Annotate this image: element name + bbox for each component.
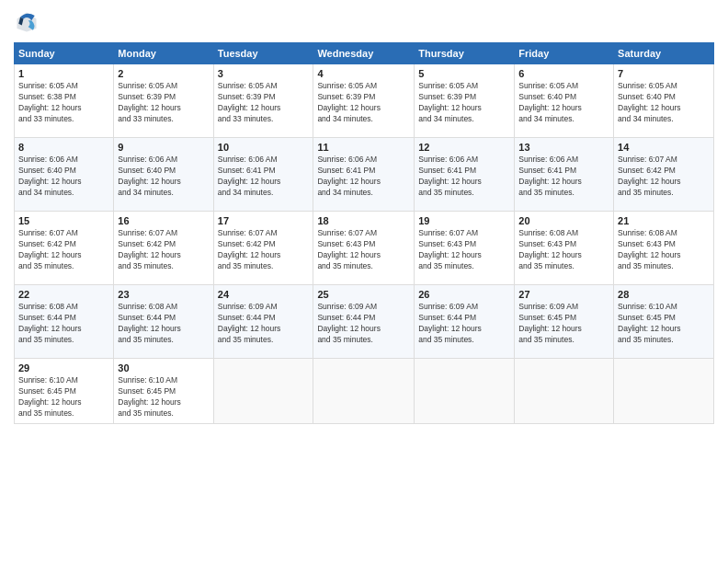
calendar-cell: 13 Sunrise: 6:06 AMSunset: 6:41 PMDaylig… — [515, 138, 614, 212]
day-info: Sunrise: 6:05 AMSunset: 6:38 PMDaylight:… — [18, 81, 109, 125]
day-info: Sunrise: 6:09 AMSunset: 6:44 PMDaylight:… — [218, 302, 310, 346]
calendar-col-header: Sunday — [15, 43, 114, 64]
calendar-week-row: 1 Sunrise: 6:05 AMSunset: 6:38 PMDayligh… — [15, 64, 714, 138]
calendar-cell: 21 Sunrise: 6:08 AMSunset: 6:43 PMDaylig… — [614, 212, 714, 285]
calendar-cell: 30 Sunrise: 6:10 AMSunset: 6:45 PMDaylig… — [114, 359, 213, 424]
day-info: Sunrise: 6:10 AMSunset: 6:45 PMDaylight:… — [118, 375, 209, 419]
calendar-cell: 28 Sunrise: 6:10 AMSunset: 6:45 PMDaylig… — [614, 285, 714, 359]
day-info: Sunrise: 6:06 AMSunset: 6:41 PMDaylight:… — [418, 155, 510, 199]
calendar-col-header: Tuesday — [213, 43, 313, 64]
calendar-cell: 23 Sunrise: 6:08 AMSunset: 6:44 PMDaylig… — [114, 285, 213, 359]
calendar-cell: 15 Sunrise: 6:07 AMSunset: 6:42 PMDaylig… — [15, 212, 114, 285]
day-number: 5 — [418, 68, 510, 79]
calendar-cell: 27 Sunrise: 6:09 AMSunset: 6:45 PMDaylig… — [515, 285, 614, 359]
calendar-cell: 17 Sunrise: 6:07 AMSunset: 6:42 PMDaylig… — [213, 212, 313, 285]
day-info: Sunrise: 6:05 AMSunset: 6:39 PMDaylight:… — [218, 81, 310, 125]
calendar-cell: 1 Sunrise: 6:05 AMSunset: 6:38 PMDayligh… — [15, 64, 114, 138]
day-info: Sunrise: 6:10 AMSunset: 6:45 PMDaylight:… — [18, 375, 109, 419]
calendar-cell: 19 Sunrise: 6:07 AMSunset: 6:43 PMDaylig… — [415, 212, 515, 285]
calendar-cell: 4 Sunrise: 6:05 AMSunset: 6:39 PMDayligh… — [313, 64, 415, 138]
calendar-header-row: SundayMondayTuesdayWednesdayThursdayFrid… — [15, 43, 714, 64]
day-number: 25 — [317, 289, 410, 300]
calendar-cell: 5 Sunrise: 6:05 AMSunset: 6:39 PMDayligh… — [415, 64, 515, 138]
day-info: Sunrise: 6:06 AMSunset: 6:40 PMDaylight:… — [18, 155, 109, 199]
calendar-cell: 20 Sunrise: 6:08 AMSunset: 6:43 PMDaylig… — [515, 212, 614, 285]
calendar-cell — [313, 359, 415, 424]
day-info: Sunrise: 6:07 AMSunset: 6:42 PMDaylight:… — [618, 155, 710, 199]
day-number: 22 — [18, 289, 109, 300]
calendar-cell: 7 Sunrise: 6:05 AMSunset: 6:40 PMDayligh… — [614, 64, 714, 138]
day-number: 2 — [118, 68, 209, 79]
day-info: Sunrise: 6:08 AMSunset: 6:44 PMDaylight:… — [118, 302, 209, 346]
day-info: Sunrise: 6:05 AMSunset: 6:39 PMDaylight:… — [118, 81, 209, 125]
calendar-cell: 22 Sunrise: 6:08 AMSunset: 6:44 PMDaylig… — [15, 285, 114, 359]
day-info: Sunrise: 6:08 AMSunset: 6:44 PMDaylight:… — [18, 302, 109, 346]
generalblue-logo-icon — [14, 9, 40, 35]
day-number: 14 — [618, 142, 710, 153]
day-number: 26 — [418, 289, 510, 300]
day-info: Sunrise: 6:06 AMSunset: 6:41 PMDaylight:… — [518, 155, 609, 199]
calendar-cell: 29 Sunrise: 6:10 AMSunset: 6:45 PMDaylig… — [15, 359, 114, 424]
day-number: 27 — [518, 289, 609, 300]
day-info: Sunrise: 6:05 AMSunset: 6:39 PMDaylight:… — [418, 81, 510, 125]
day-number: 13 — [518, 142, 609, 153]
day-number: 16 — [118, 215, 209, 226]
day-number: 23 — [118, 289, 209, 300]
day-info: Sunrise: 6:07 AMSunset: 6:43 PMDaylight:… — [317, 228, 410, 272]
calendar-cell: 26 Sunrise: 6:09 AMSunset: 6:44 PMDaylig… — [415, 285, 515, 359]
calendar-cell: 3 Sunrise: 6:05 AMSunset: 6:39 PMDayligh… — [213, 64, 313, 138]
day-number: 28 — [618, 289, 710, 300]
day-number: 18 — [317, 215, 410, 226]
calendar-cell: 25 Sunrise: 6:09 AMSunset: 6:44 PMDaylig… — [313, 285, 415, 359]
day-number: 11 — [317, 142, 410, 153]
day-number: 30 — [118, 362, 209, 373]
day-info: Sunrise: 6:09 AMSunset: 6:45 PMDaylight:… — [518, 302, 609, 346]
calendar-cell: 18 Sunrise: 6:07 AMSunset: 6:43 PMDaylig… — [313, 212, 415, 285]
day-number: 3 — [218, 68, 310, 79]
day-number: 24 — [218, 289, 310, 300]
calendar-cell: 9 Sunrise: 6:06 AMSunset: 6:40 PMDayligh… — [114, 138, 213, 212]
page: SundayMondayTuesdayWednesdayThursdayFrid… — [0, 0, 728, 563]
calendar-cell: 6 Sunrise: 6:05 AMSunset: 6:40 PMDayligh… — [515, 64, 614, 138]
day-info: Sunrise: 6:07 AMSunset: 6:42 PMDaylight:… — [218, 228, 310, 272]
day-info: Sunrise: 6:08 AMSunset: 6:43 PMDaylight:… — [518, 228, 609, 272]
calendar-col-header: Wednesday — [313, 43, 415, 64]
day-number: 20 — [518, 215, 609, 226]
calendar-cell: 24 Sunrise: 6:09 AMSunset: 6:44 PMDaylig… — [213, 285, 313, 359]
day-info: Sunrise: 6:06 AMSunset: 6:41 PMDaylight:… — [317, 155, 410, 199]
calendar-cell: 2 Sunrise: 6:05 AMSunset: 6:39 PMDayligh… — [114, 64, 213, 138]
calendar-cell: 14 Sunrise: 6:07 AMSunset: 6:42 PMDaylig… — [614, 138, 714, 212]
day-info: Sunrise: 6:06 AMSunset: 6:40 PMDaylight:… — [118, 155, 209, 199]
calendar-table: SundayMondayTuesdayWednesdayThursdayFrid… — [14, 42, 714, 424]
day-info: Sunrise: 6:06 AMSunset: 6:41 PMDaylight:… — [218, 155, 310, 199]
calendar-cell: 11 Sunrise: 6:06 AMSunset: 6:41 PMDaylig… — [313, 138, 415, 212]
calendar-cell — [515, 359, 614, 424]
day-number: 19 — [418, 215, 510, 226]
day-number: 7 — [618, 68, 710, 79]
day-info: Sunrise: 6:08 AMSunset: 6:43 PMDaylight:… — [618, 228, 710, 272]
day-number: 15 — [18, 215, 109, 226]
calendar-col-header: Friday — [515, 43, 614, 64]
day-number: 21 — [618, 215, 710, 226]
day-number: 29 — [18, 362, 109, 373]
day-number: 10 — [218, 142, 310, 153]
calendar-cell: 8 Sunrise: 6:06 AMSunset: 6:40 PMDayligh… — [15, 138, 114, 212]
day-number: 17 — [218, 215, 310, 226]
day-number: 12 — [418, 142, 510, 153]
day-info: Sunrise: 6:07 AMSunset: 6:42 PMDaylight:… — [118, 228, 209, 272]
calendar-col-header: Thursday — [415, 43, 515, 64]
calendar-cell — [213, 359, 313, 424]
day-number: 1 — [18, 68, 109, 79]
calendar-col-header: Saturday — [614, 43, 714, 64]
calendar-cell: 12 Sunrise: 6:06 AMSunset: 6:41 PMDaylig… — [415, 138, 515, 212]
calendar-cell: 10 Sunrise: 6:06 AMSunset: 6:41 PMDaylig… — [213, 138, 313, 212]
day-info: Sunrise: 6:09 AMSunset: 6:44 PMDaylight:… — [418, 302, 510, 346]
calendar-cell — [415, 359, 515, 424]
day-number: 6 — [518, 68, 609, 79]
day-info: Sunrise: 6:05 AMSunset: 6:39 PMDaylight:… — [317, 81, 410, 125]
calendar-cell: 16 Sunrise: 6:07 AMSunset: 6:42 PMDaylig… — [114, 212, 213, 285]
logo — [14, 9, 43, 35]
calendar-col-header: Monday — [114, 43, 213, 64]
header — [14, 9, 714, 35]
day-info: Sunrise: 6:05 AMSunset: 6:40 PMDaylight:… — [518, 81, 609, 125]
